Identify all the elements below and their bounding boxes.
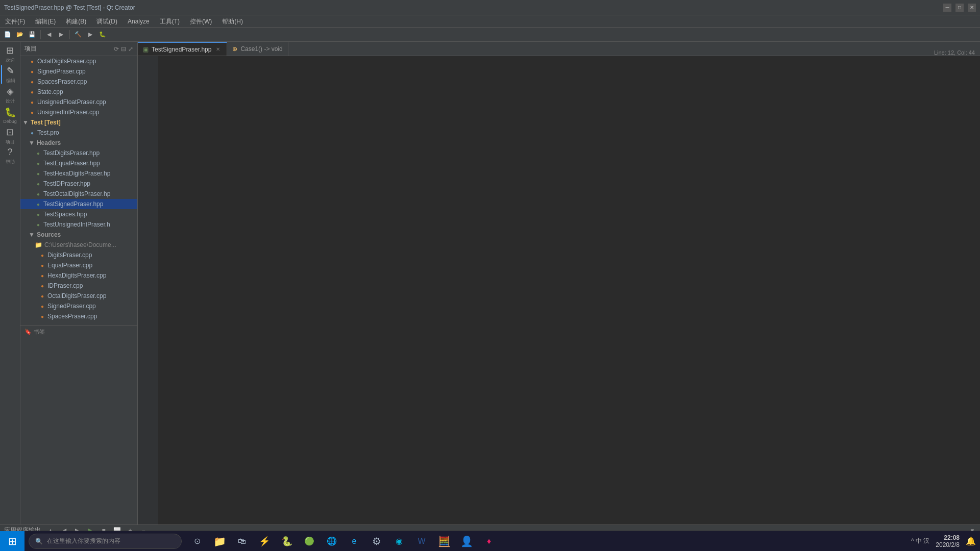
tree-file-hexa[interactable]: ● HexaDigitsPraser.cpp [20,270,137,281]
taskbar-app-last[interactable]: ♦ [478,531,500,552]
back-button[interactable]: ◀ [43,29,55,40]
search-placeholder: 在这里输入你要搜索的内容 [47,537,120,545]
taskbar-user[interactable]: 👤 [455,531,478,552]
tree-file-state[interactable]: ● State.cpp [20,87,137,97]
window-title: TestSignedPraser.hpp @ Test [Test] - Qt … [4,4,135,11]
notification-icon[interactable]: 🔔 [966,536,976,546]
tree-file-test-pro[interactable]: ● Test.pro [20,128,137,138]
tab-position-info: Line: 12, Col: 44 [934,49,980,56]
cpp-file-icon: ● [39,292,46,299]
tree-section-headers[interactable]: ▼ Headers [20,138,137,148]
menu-item-t[interactable]: 工具(T) [155,15,185,28]
taskbar-search[interactable]: 🔍 在这里输入你要搜索的内容 [29,534,182,549]
tree-file-id[interactable]: ● IDPraser.cpp [20,281,137,291]
design-icon-btn[interactable]: ◈ 设计 [1,86,19,104]
tab-label: TestSignedPraser.hpp [152,46,211,53]
hpp-file-icon: ● [35,190,42,197]
taskbar-cortana[interactable]: ⊙ [186,531,208,552]
menu-item-d[interactable]: 调试(D) [91,15,122,28]
tree-header-label: 项目 [24,44,37,53]
menu-item-b[interactable]: 构建(B) [61,15,91,28]
tree-file-test-octal[interactable]: ● TestOctalDigitsPraser.hp [20,189,137,199]
icon-bar: ⊞ 欢迎 ✎ 编辑 ◈ 设计 🐛 Debug ⊡ 项目 ? 帮助 [0,42,20,524]
debug-icon-btn[interactable]: 🐛 Debug [1,106,19,124]
project-icon-btn[interactable]: ⊡ 项目 [1,127,19,145]
taskbar-pycharm[interactable]: 🟢 [298,531,321,552]
cpp-file-icon: ● [29,109,36,116]
tree-file-spaces2[interactable]: ● SpacesPraser.cpp [20,311,137,321]
taskbar-right: ^ 中 汉 22:08 2020/2/8 🔔 [911,534,980,548]
save-button[interactable]: 💾 [27,29,38,40]
tree-sources-path[interactable]: 📁 C:\Users\hasee\Docume... [20,240,137,250]
bookmarks-icon: 🔖 [24,329,32,335]
taskbar-app9[interactable]: ◉ [388,531,410,552]
debug-icon: 🐛 [5,107,16,118]
edit-icon-btn[interactable]: ✎ 编辑 [1,65,19,84]
tree-expand-icon[interactable]: ⤢ [128,45,133,53]
tree-file-test-signed[interactable]: ● TestSignedPraser.hpp [20,199,137,209]
tab-close-button[interactable]: ✕ [214,46,222,53]
tree-file-spaces[interactable]: ● SpacesPraser.cpp [20,77,137,87]
tree-file-test-hexa[interactable]: ● TestHexaDigitsPraser.hp [20,168,137,179]
help-icon-btn[interactable]: ? 帮助 [1,147,19,165]
taskbar-word[interactable]: W [410,531,433,552]
cpp-file-icon: ● [39,282,46,289]
tree-file-test-id[interactable]: ● TestIDPraser.hpp [20,179,137,189]
welcome-icon-btn[interactable]: ⊞ 欢迎 [1,45,19,63]
build-button[interactable]: 🔨 [72,29,84,40]
taskbar-file-explorer[interactable]: 📁 [208,531,231,552]
tree-file-unsigned-float[interactable]: ● UnsignedFloatPraser.cpp [20,97,137,107]
run-button[interactable]: ▶ [85,29,96,40]
tree-file-test-equal[interactable]: ● TestEqualPraser.hpp [20,158,137,168]
tree-file-octal-digits[interactable]: ● OctalDigitsPraser.cpp [20,56,137,66]
taskbar-browser[interactable]: 🌐 [321,531,343,552]
tab-fn-icon: ⊕ [232,45,237,53]
cpp-file-icon: ● [29,58,36,65]
tree-file-test-digits[interactable]: ● TestDigitsPraser.hpp [20,148,137,158]
code-content[interactable] [158,56,980,524]
editor-tab-bar: ▣ TestSignedPraser.hpp ✕ ⊕ Case1() -> vo… [138,42,980,56]
tree-section-sources[interactable]: ▼ Sources [20,230,137,240]
open-file-button[interactable]: 📂 [14,29,26,40]
menu-item-h[interactable]: 帮助(H) [217,15,248,28]
tree-arrow-icon: ▼ [22,119,29,126]
sync-icon[interactable]: ⟳ [114,45,119,53]
tree-section-test[interactable]: ▼ Test [Test] [20,117,137,128]
menu-item-e[interactable]: 编辑(E) [30,15,61,28]
start-button[interactable]: ⊞ [0,531,24,552]
taskbar-calc[interactable]: 🧮 [433,531,455,552]
minimize-button[interactable]: ─ [943,4,951,12]
hpp-file-icon: ● [35,221,42,228]
edit-icon: ✎ [7,65,14,77]
new-file-button[interactable]: 📄 [2,29,13,40]
tree-filter-icon[interactable]: ⊟ [121,45,126,53]
tree-header: 项目 ⟳ ⊟ ⤢ [20,42,137,56]
debug-run-button[interactable]: 🐛 [97,29,108,40]
taskbar-settings[interactable]: ⚙ [365,531,388,552]
taskbar-ie[interactable]: e [343,531,365,552]
tree-file-test-unsigned[interactable]: ● TestUnsignedIntPraser.h [20,219,137,230]
maximize-button[interactable]: □ [955,4,964,12]
cpp-file-icon: ● [29,68,36,75]
forward-button[interactable]: ▶ [56,29,67,40]
tree-file-unsigned-int[interactable]: ● UnsignedIntPraser.cpp [20,107,137,117]
tree-file-equal[interactable]: ● EqualPraser.cpp [20,260,137,270]
tree-file-test-spaces[interactable]: ● TestSpaces.hpp [20,209,137,219]
welcome-icon: ⊞ [6,45,14,56]
tree-file-digits[interactable]: ● DigitsPraser.cpp [20,250,137,260]
tab-test-signed-praser[interactable]: ▣ TestSignedPraser.hpp ✕ [138,42,227,56]
taskbar-vs-code[interactable]: ⚡ [253,531,276,552]
tree-file-octal2[interactable]: ● OctalDigitsPraser.cpp [20,291,137,301]
tree-file-signed[interactable]: ● SignedPraser.cpp [20,66,137,77]
tree-file-signed2[interactable]: ● SignedPraser.cpp [20,301,137,311]
tab-case1[interactable]: ⊕ Case1() -> void [227,42,288,56]
code-container[interactable] [138,56,980,524]
system-clock[interactable]: 22:08 2020/2/8 [932,534,964,548]
menu-item-analyze[interactable]: Analyze [122,15,155,28]
taskbar-store[interactable]: 🛍 [231,531,253,552]
taskbar-python[interactable]: 🐍 [276,531,298,552]
menu-item-f[interactable]: 文件(F) [0,15,30,28]
pro-file-icon: ● [29,129,36,136]
menu-item-w[interactable]: 控件(W) [185,15,217,28]
close-button[interactable]: ✕ [968,4,976,12]
